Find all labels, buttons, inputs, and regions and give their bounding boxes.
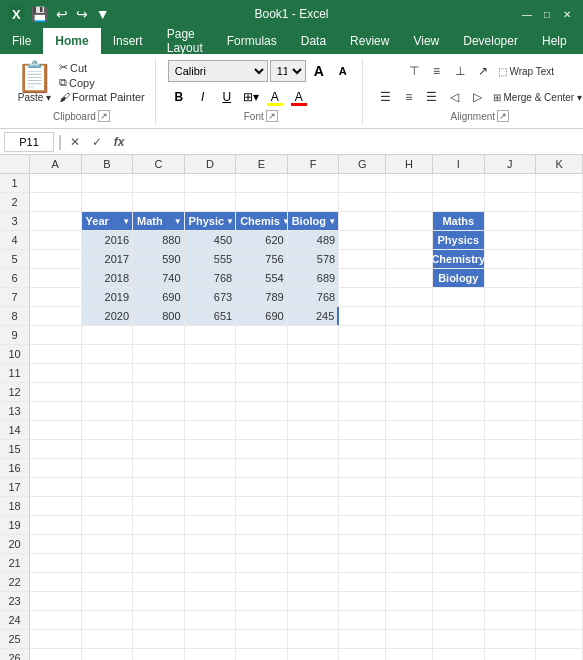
cell-f5[interactable]: 578 (288, 250, 340, 268)
font-name-select[interactable]: Calibri (168, 60, 268, 82)
cell-c23[interactable] (133, 592, 185, 610)
cell-i24[interactable] (433, 611, 485, 629)
cell-a4[interactable] (30, 231, 82, 249)
format-painter-button[interactable]: 🖌 Format Painter (57, 90, 147, 104)
cell-a3[interactable] (30, 212, 82, 230)
cell-i15[interactable] (433, 440, 485, 458)
bold-button[interactable]: B (168, 86, 190, 108)
cell-j24[interactable] (485, 611, 537, 629)
cell-h7[interactable] (386, 288, 433, 306)
cell-j19[interactable] (485, 516, 537, 534)
cell-g10[interactable] (339, 345, 386, 363)
col-header-g[interactable]: G (339, 155, 386, 173)
cell-a21[interactable] (30, 554, 82, 572)
math-dropdown-arrow[interactable]: ▼ (174, 217, 182, 226)
cell-d2[interactable] (185, 193, 237, 211)
cell-d22[interactable] (185, 573, 237, 591)
cell-i13[interactable] (433, 402, 485, 420)
close-button[interactable]: ✕ (559, 6, 575, 22)
cell-k4[interactable] (536, 231, 583, 249)
cell-f9[interactable] (288, 326, 340, 344)
tab-review[interactable]: Review (338, 28, 401, 54)
tab-file[interactable]: File (0, 28, 43, 54)
cell-a10[interactable] (30, 345, 82, 363)
cell-e14[interactable] (236, 421, 288, 439)
cell-k1[interactable] (536, 174, 583, 192)
cell-g14[interactable] (339, 421, 386, 439)
cell-h18[interactable] (386, 497, 433, 515)
cell-g21[interactable] (339, 554, 386, 572)
cell-d11[interactable] (185, 364, 237, 382)
cell-a14[interactable] (30, 421, 82, 439)
cell-c18[interactable] (133, 497, 185, 515)
cell-k18[interactable] (536, 497, 583, 515)
cell-b19[interactable] (82, 516, 134, 534)
cell-k9[interactable] (536, 326, 583, 344)
function-wizard-button[interactable]: fx (110, 133, 128, 151)
cell-h9[interactable] (386, 326, 433, 344)
cell-d7[interactable]: 673 (185, 288, 237, 306)
cell-c22[interactable] (133, 573, 185, 591)
col-header-d[interactable]: D (185, 155, 237, 173)
cell-d5[interactable]: 555 (185, 250, 237, 268)
cell-a2[interactable] (30, 193, 82, 211)
cell-h20[interactable] (386, 535, 433, 553)
cell-e24[interactable] (236, 611, 288, 629)
cell-j11[interactable] (485, 364, 537, 382)
qa-undo[interactable]: ↩ (54, 4, 70, 24)
cell-c24[interactable] (133, 611, 185, 629)
italic-button[interactable]: I (192, 86, 214, 108)
cell-f20[interactable] (288, 535, 340, 553)
cell-i25[interactable] (433, 630, 485, 648)
maximize-button[interactable]: □ (539, 6, 555, 22)
cell-b13[interactable] (82, 402, 134, 420)
cell-d25[interactable] (185, 630, 237, 648)
cell-j25[interactable] (485, 630, 537, 648)
cell-a18[interactable] (30, 497, 82, 515)
cell-d4[interactable]: 450 (185, 231, 237, 249)
cell-g1[interactable] (339, 174, 386, 192)
cell-g8[interactable] (339, 307, 386, 325)
tab-formulas[interactable]: Formulas (215, 28, 289, 54)
cell-a25[interactable] (30, 630, 82, 648)
cell-k5[interactable] (536, 250, 583, 268)
cell-b20[interactable] (82, 535, 134, 553)
cell-j17[interactable] (485, 478, 537, 496)
cell-j1[interactable] (485, 174, 537, 192)
cell-h24[interactable] (386, 611, 433, 629)
cell-i19[interactable] (433, 516, 485, 534)
cell-f23[interactable] (288, 592, 340, 610)
cell-c12[interactable] (133, 383, 185, 401)
cell-b24[interactable] (82, 611, 134, 629)
cell-a22[interactable] (30, 573, 82, 591)
tab-data[interactable]: Data (289, 28, 338, 54)
alignment-expand[interactable]: ↗ (497, 110, 509, 122)
cell-g3[interactable] (339, 212, 386, 230)
cell-j18[interactable] (485, 497, 537, 515)
cell-i12[interactable] (433, 383, 485, 401)
cell-b1[interactable] (82, 174, 134, 192)
cell-e1[interactable] (236, 174, 288, 192)
cell-h6[interactable] (386, 269, 433, 287)
border-button[interactable]: ⊞▾ (240, 86, 262, 108)
cell-c3-math[interactable]: Math ▼ (133, 212, 185, 230)
cell-f6[interactable]: 689 (288, 269, 340, 287)
cell-b11[interactable] (82, 364, 134, 382)
cell-g20[interactable] (339, 535, 386, 553)
cell-j21[interactable] (485, 554, 537, 572)
cell-h2[interactable] (386, 193, 433, 211)
cell-f8[interactable]: 245 (288, 307, 340, 325)
cell-i9[interactable] (433, 326, 485, 344)
cell-d10[interactable] (185, 345, 237, 363)
biology-dropdown-arrow[interactable]: ▼ (328, 217, 336, 226)
cell-f2[interactable] (288, 193, 340, 211)
cell-g24[interactable] (339, 611, 386, 629)
cell-a11[interactable] (30, 364, 82, 382)
cell-f4[interactable]: 489 (288, 231, 340, 249)
align-left-button[interactable]: ☰ (375, 86, 397, 108)
cell-c21[interactable] (133, 554, 185, 572)
cell-i17[interactable] (433, 478, 485, 496)
cell-c14[interactable] (133, 421, 185, 439)
cell-j8[interactable] (485, 307, 537, 325)
decrease-font-size-button[interactable]: A (332, 60, 354, 82)
